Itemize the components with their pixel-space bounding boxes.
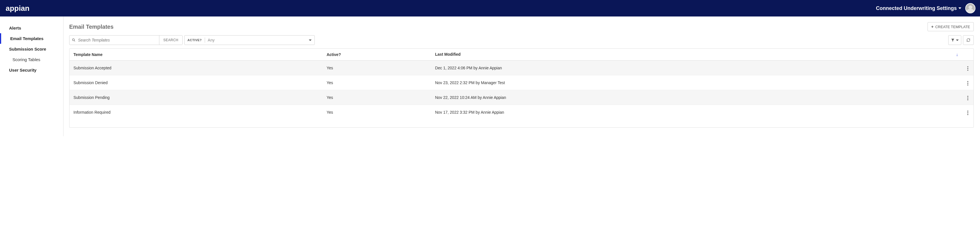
table-row[interactable]: Submission Pending Yes Nov 22, 2022 10:2… — [70, 90, 974, 105]
chevron-down-icon — [956, 40, 959, 41]
sidebar: Alerts Email Templates Submission Score … — [0, 16, 64, 136]
table-header-row: Template Name Active? Last Modified ↓ — [70, 49, 974, 61]
caret-down-icon — [958, 7, 961, 9]
search-input[interactable] — [70, 35, 159, 45]
cell-modified: Nov 22, 2022 10:24 AM by Annie Appian — [431, 90, 962, 105]
cell-name: Information Required — [70, 105, 323, 120]
content-header: Email Templates + CREATE TEMPLATE — [69, 22, 974, 31]
user-avatar[interactable] — [965, 3, 975, 13]
cell-active: Yes — [323, 105, 431, 120]
sidebar-item-alerts[interactable]: Alerts — [0, 23, 63, 33]
sidebar-item-scoring-tables[interactable]: Scoring Tables — [0, 54, 63, 65]
filter-button[interactable] — [948, 35, 961, 45]
funnel-icon — [951, 38, 955, 42]
toolbar: SEARCH ACTIVE? Any — [69, 35, 974, 45]
refresh-icon — [966, 38, 970, 42]
sidebar-item-email-templates[interactable]: Email Templates — [0, 33, 63, 44]
cell-name: Submission Pending — [70, 90, 323, 105]
cell-modified: Dec 1, 2022 4:06 PM by Annie Appian — [431, 61, 962, 75]
col-header-active[interactable]: Active? — [323, 49, 431, 61]
row-actions-menu[interactable] — [966, 109, 969, 116]
svg-line-1 — [74, 41, 75, 42]
content: Email Templates + CREATE TEMPLATE SEARCH… — [64, 16, 980, 136]
sort-desc-icon: ↓ — [956, 52, 958, 57]
cell-name: Submission Denied — [70, 75, 323, 90]
col-header-actions — [962, 49, 974, 61]
active-filter-dropdown[interactable]: ACTIVE? Any — [184, 35, 315, 45]
row-actions-menu[interactable] — [966, 65, 969, 72]
site-title: Connected Underwriting Settings — [876, 5, 957, 11]
cell-active: Yes — [323, 75, 431, 90]
main-layout: Alerts Email Templates Submission Score … — [0, 16, 980, 136]
create-template-label: CREATE TEMPLATE — [935, 25, 970, 29]
plus-icon: + — [931, 24, 934, 29]
page-title: Email Templates — [69, 24, 113, 30]
cell-modified: Nov 23, 2022 2:32 PM by Manager Test — [431, 75, 962, 90]
col-header-name[interactable]: Template Name — [70, 49, 323, 61]
table-row[interactable]: Submission Accepted Yes Dec 1, 2022 4:06… — [70, 61, 974, 75]
site-switcher[interactable]: Connected Underwriting Settings — [876, 5, 961, 11]
refresh-button[interactable] — [963, 35, 974, 45]
col-header-modified[interactable]: Last Modified ↓ — [431, 49, 962, 61]
table-footer — [70, 119, 974, 127]
create-template-button[interactable]: + CREATE TEMPLATE — [928, 22, 974, 31]
brand-logo: appian — [6, 4, 30, 13]
row-actions-menu[interactable] — [966, 80, 969, 87]
col-header-modified-label: Last Modified — [435, 52, 460, 56]
search-group: SEARCH — [69, 35, 183, 45]
search-button[interactable]: SEARCH — [159, 35, 182, 45]
svg-point-0 — [72, 38, 74, 41]
sidebar-item-user-security[interactable]: User Security — [0, 65, 63, 75]
sidebar-item-submission-score[interactable]: Submission Score — [0, 44, 63, 54]
cell-name: Submission Accepted — [70, 61, 323, 75]
active-filter-label: ACTIVE? — [188, 38, 202, 42]
chevron-down-icon — [309, 40, 312, 41]
row-actions-menu[interactable] — [966, 94, 969, 101]
templates-table: Template Name Active? Last Modified ↓ Su… — [69, 48, 974, 128]
active-filter-value: Any — [208, 38, 306, 42]
search-icon — [72, 38, 76, 42]
cell-modified: Nov 17, 2022 3:32 PM by Annie Appian — [431, 105, 962, 120]
table-row[interactable]: Information Required Yes Nov 17, 2022 3:… — [70, 105, 974, 120]
divider — [205, 37, 205, 43]
cell-active: Yes — [323, 90, 431, 105]
table-row[interactable]: Submission Denied Yes Nov 23, 2022 2:32 … — [70, 75, 974, 90]
topbar: appian Connected Underwriting Settings — [0, 0, 980, 16]
cell-active: Yes — [323, 61, 431, 75]
topbar-right: Connected Underwriting Settings — [876, 3, 975, 13]
